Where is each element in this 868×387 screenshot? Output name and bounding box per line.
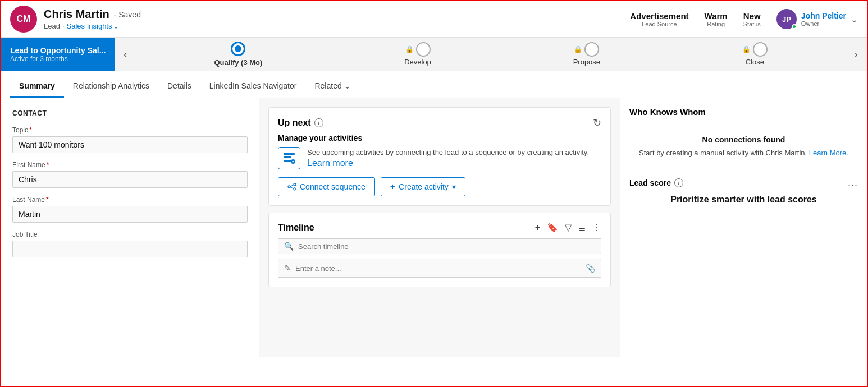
timeline-more-icon[interactable]: ⋮	[592, 222, 601, 233]
avatar-cm: CM	[10, 6, 37, 33]
required-indicator-topic: *	[29, 126, 32, 134]
header-meta: Advertisement Lead Source Warm Rating Ne…	[630, 9, 858, 29]
header: CM Chris Martin - Saved Lead · Sales Ins…	[1, 1, 867, 38]
field-group-first-name: First Name *	[12, 161, 248, 188]
field-group-topic: Topic *	[12, 126, 248, 153]
timeline-icons: + 🔖 ▽ ≣ ⋮	[535, 222, 601, 233]
learn-more-link[interactable]: Learn more	[307, 158, 353, 168]
required-indicator-last-name: *	[46, 196, 49, 204]
create-activity-dropdown-icon[interactable]: ▾	[452, 182, 456, 191]
tab-linkedin-sales-navigator[interactable]: LinkedIn Sales Navigator	[200, 75, 306, 98]
tab-relationship-analytics[interactable]: Relationship Analytics	[64, 75, 158, 98]
prioritize-text: Prioritize smarter with lead scores	[629, 195, 858, 205]
record-type: Lead	[44, 22, 60, 30]
lead-score-info-icon[interactable]: i	[674, 178, 683, 187]
field-label-first-name: First Name *	[12, 161, 248, 169]
timeline-note-input[interactable]	[295, 264, 581, 273]
svg-point-6	[294, 188, 296, 190]
pipeline-step-qualify[interactable]: Qualify (3 Mo)	[214, 42, 262, 67]
step-circle-develop	[416, 42, 431, 57]
timeline-bookmark-icon[interactable]: 🔖	[547, 222, 558, 233]
saved-label: - Saved	[114, 10, 141, 19]
center-panel: Up next i ↻ Manage your activities	[259, 98, 620, 357]
timeline-header: Timeline + 🔖 ▽ ≣ ⋮	[278, 222, 601, 233]
no-connections-block: No connections found Start by creating a…	[629, 135, 858, 159]
topic-input[interactable]	[12, 136, 248, 153]
lead-source-label: Lead Source	[642, 21, 677, 27]
owner-role: Owner	[801, 20, 846, 27]
lead-score-card: Lead score i ... Prioritize smarter with…	[620, 168, 867, 214]
owner-block: JP John Peltier Owner ⌄	[776, 9, 858, 29]
pipeline-nav: ‹ Qualify (3 Mo) 🔒 Develop 🔒	[115, 38, 867, 71]
status-label: Status	[743, 21, 761, 27]
lock-icon-propose: 🔒	[574, 45, 582, 53]
right-panel: Who Knows Whom No connections found Star…	[620, 98, 867, 357]
separator-dot: ·	[62, 22, 65, 30]
main-content: CONTACT Topic * First Name * Last Name *	[1, 98, 867, 357]
create-activity-button[interactable]: + Create activity ▾	[381, 177, 465, 196]
field-label-job-title: Job Title	[12, 231, 248, 238]
up-next-info-icon[interactable]: i	[314, 118, 323, 127]
note-pencil-icon: ✎	[284, 264, 291, 273]
field-group-last-name: Last Name *	[12, 196, 248, 223]
owner-chevron-down-icon[interactable]: ⌄	[851, 14, 858, 25]
pipeline: Lead to Opportunity Sal... Active for 3 …	[1, 38, 867, 71]
timeline-add-icon[interactable]: +	[535, 223, 540, 233]
pipeline-next-arrow[interactable]: ›	[849, 48, 862, 61]
step-lock-row-develop: 🔒	[405, 42, 431, 57]
pipeline-prev-arrow[interactable]: ‹	[119, 48, 132, 61]
step-circle-close	[753, 42, 768, 57]
paperclip-icon[interactable]: 📎	[586, 264, 595, 273]
tab-related[interactable]: Related ⌄	[305, 75, 359, 98]
step-label-propose: Propose	[573, 58, 600, 66]
tab-summary[interactable]: Summary	[10, 75, 64, 98]
owner-info: John Peltier Owner	[801, 11, 846, 27]
job-title-input[interactable]	[12, 241, 248, 257]
no-connections-title: No connections found	[629, 135, 858, 144]
refresh-icon[interactable]: ↻	[593, 117, 601, 129]
meta-rating: Warm Rating	[705, 11, 728, 27]
who-knows-card: Who Knows Whom No connections found Star…	[620, 98, 867, 168]
timeline-sort-icon[interactable]: ≣	[578, 222, 586, 233]
pipeline-stage-label: Lead to Opportunity Sal... Active for 3 …	[1, 38, 115, 71]
pipeline-step-develop[interactable]: 🔒 Develop	[404, 42, 431, 66]
svg-point-4	[288, 186, 290, 188]
rating-value: Warm	[705, 11, 728, 21]
pipeline-step-propose[interactable]: 🔒 Propose	[573, 42, 600, 66]
field-label-topic: Topic *	[12, 126, 248, 134]
up-next-title: Up next i	[278, 118, 323, 128]
tab-details[interactable]: Details	[158, 75, 200, 98]
up-next-header: Up next i ↻	[278, 117, 601, 129]
search-icon: 🔍	[284, 242, 294, 251]
first-name-input[interactable]	[12, 171, 248, 188]
contact-panel: CONTACT Topic * First Name * Last Name *	[1, 98, 259, 357]
step-label-qualify: Qualify (3 Mo)	[214, 58, 262, 67]
pipeline-steps: Qualify (3 Mo) 🔒 Develop 🔒 Propose	[132, 42, 849, 67]
chevron-down-icon: ⌄	[113, 22, 119, 30]
connect-sequence-button[interactable]: Connect sequence	[278, 177, 375, 196]
sales-insights-link[interactable]: Sales Insights ⌄	[67, 22, 120, 30]
meta-status: New Status	[743, 11, 761, 27]
svg-line-7	[290, 185, 294, 187]
timeline-search-input[interactable]	[298, 242, 595, 251]
lead-score-more-icon[interactable]: ...	[848, 177, 858, 189]
who-knows-learn-more-link[interactable]: Learn More.	[809, 149, 848, 157]
rating-label: Rating	[707, 21, 725, 27]
related-chevron-down-icon: ⌄	[344, 81, 351, 90]
pipeline-step-close[interactable]: 🔒 Close	[742, 42, 768, 66]
activities-buttons: Connect sequence + Create activity ▾	[278, 177, 601, 196]
step-lock-row-close: 🔒	[742, 42, 768, 57]
last-name-input[interactable]	[12, 206, 248, 223]
timeline-search-bar: 🔍	[278, 238, 601, 254]
lock-icon-develop: 🔒	[405, 45, 414, 53]
meta-lead-source: Advertisement Lead Source	[630, 11, 688, 27]
timeline-card: Timeline + 🔖 ▽ ≣ ⋮ 🔍 ✎ 📎	[268, 213, 611, 287]
field-group-job-title: Job Title	[12, 231, 248, 257]
who-knows-title: Who Knows Whom	[629, 107, 858, 117]
field-label-last-name: Last Name *	[12, 196, 248, 204]
lead-score-header: Lead score i ...	[629, 177, 858, 189]
who-knows-divider	[629, 126, 858, 126]
owner-name[interactable]: John Peltier	[801, 11, 846, 20]
connect-icon	[287, 182, 296, 191]
timeline-filter-icon[interactable]: ▽	[565, 222, 572, 233]
